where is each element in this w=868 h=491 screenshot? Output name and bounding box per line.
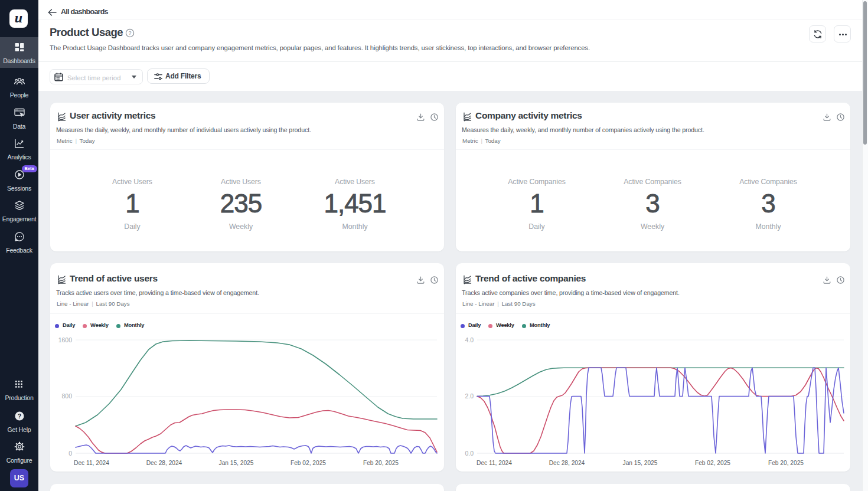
svg-text:4.0: 4.0 [465, 336, 474, 343]
svg-text:800: 800 [61, 392, 72, 400]
svg-text:Feb 20, 2025: Feb 20, 2025 [363, 460, 399, 466]
svg-text:?: ? [17, 413, 21, 420]
svg-text:Dec 11, 2024: Dec 11, 2024 [74, 460, 109, 466]
svg-text:Jan 15, 2025: Jan 15, 2025 [219, 460, 254, 466]
svg-text:?: ? [128, 30, 131, 36]
svg-text:1600: 1600 [58, 336, 73, 343]
svg-text:Feb 02, 2025: Feb 02, 2025 [695, 460, 730, 466]
svg-text:Feb 02, 2025: Feb 02, 2025 [291, 460, 326, 466]
svg-text:0.0: 0.0 [465, 450, 474, 457]
svg-text:Feb 20, 2025: Feb 20, 2025 [768, 460, 804, 466]
svg-text:Dec 11, 2024: Dec 11, 2024 [477, 460, 512, 466]
svg-text:0: 0 [68, 450, 72, 457]
svg-text:Dec 28, 2024: Dec 28, 2024 [549, 460, 585, 466]
svg-text:Dec 28, 2024: Dec 28, 2024 [146, 460, 182, 466]
svg-text:2.0: 2.0 [465, 392, 474, 400]
svg-text:Jan 15, 2025: Jan 15, 2025 [623, 460, 658, 466]
